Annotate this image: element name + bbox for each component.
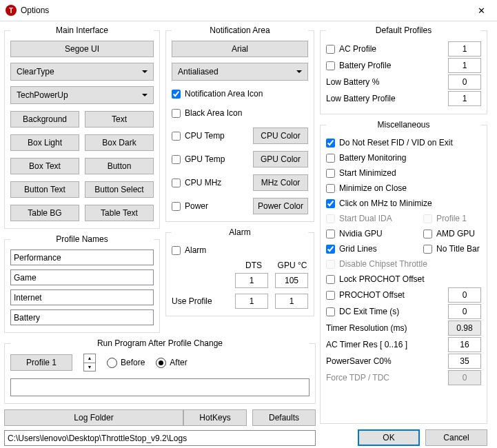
rendering-select[interactable]: ClearType — [10, 63, 154, 81]
text-button[interactable]: Text — [85, 111, 154, 128]
box-light-button[interactable]: Box Light — [10, 134, 79, 151]
profile2-input[interactable]: Game — [10, 269, 154, 285]
profile1-checkbox: Profile 1 — [423, 211, 481, 226]
prochot-checkbox[interactable]: PROCHOT Offset — [326, 287, 405, 303]
table-text-button[interactable]: Table Text — [85, 205, 154, 221]
run-profile-spinner[interactable]: ▲▼ — [83, 354, 96, 371]
battery-profile-checkbox[interactable]: Battery Profile — [326, 58, 391, 73]
chipset-throttle-checkbox: Disable Chipset Throttle — [326, 256, 481, 272]
gridlines-checkbox[interactable]: Grid Lines — [326, 241, 416, 256]
ok-button[interactable]: OK — [358, 429, 420, 446]
cancel-button[interactable]: Cancel — [425, 429, 487, 446]
button-button[interactable]: Button — [85, 158, 154, 174]
no-reset-checkbox[interactable]: Do Not Reset FID / VID on Exit — [326, 135, 481, 150]
table-bg-button[interactable]: Table BG — [10, 205, 79, 221]
profile1-input[interactable]: Performance — [10, 250, 154, 265]
battery-profile-value[interactable]: 1 — [448, 58, 481, 73]
gpu-color-button[interactable]: GPU Color — [253, 151, 308, 167]
box-dark-button[interactable]: Box Dark — [85, 134, 154, 151]
log-path-input[interactable]: C:\Users\lenovo\Desktop\ThrottleStop_v9.… — [4, 430, 316, 446]
alarm-gpu-input[interactable]: 105 — [275, 273, 308, 288]
profile4-input[interactable]: Battery — [10, 309, 154, 325]
log-folder-button[interactable]: Log Folder — [4, 409, 183, 426]
ac-profile-value[interactable]: 1 — [448, 41, 481, 57]
cpu-mhz-checkbox[interactable]: CPU MHz — [172, 175, 221, 190]
use-profile1-input[interactable]: 1 — [235, 294, 268, 309]
close-button[interactable]: ✕ — [466, 0, 497, 21]
dual-ida-checkbox: Start Dual IDA — [326, 211, 416, 226]
no-title-checkbox[interactable]: No Title Bar — [423, 241, 481, 256]
run-path-input[interactable] — [10, 378, 310, 396]
box-text-button[interactable]: Box Text — [10, 158, 79, 174]
dc-exit-checkbox[interactable]: DC Exit Time (s) — [326, 304, 399, 319]
ac-timer-value[interactable]: 16 — [448, 337, 481, 352]
start-minimized-checkbox[interactable]: Start Minimized — [326, 165, 481, 181]
timer-res-value: 0.98 — [448, 320, 481, 336]
notification-area-group: Notification Area Arial Antialiased Noti… — [165, 26, 314, 222]
click-mhz-checkbox[interactable]: Click on MHz to Minimize — [326, 196, 481, 211]
ac-profile-checkbox[interactable]: AC Profile — [326, 41, 376, 57]
misc-group: Miscellaneous Do Not Reset FID / VID on … — [320, 120, 487, 424]
nvidia-checkbox[interactable]: Nvidia GPU — [326, 226, 416, 241]
default-profiles-group: Default Profiles AC Profile1 Battery Pro… — [320, 26, 487, 114]
app-icon: T — [6, 5, 17, 16]
use-profile2-input[interactable]: 1 — [275, 294, 308, 309]
button-select-button[interactable]: Button Select — [85, 181, 154, 198]
notif-icon-checkbox[interactable]: Notification Area Icon — [172, 86, 308, 101]
main-interface-group: Main Interface Segoe UI ClearType TechPo… — [4, 26, 160, 229]
hotkeys-button[interactable]: HotKeys — [183, 409, 247, 426]
power-checkbox[interactable]: Power — [172, 198, 208, 214]
dc-exit-value[interactable]: 0 — [448, 304, 481, 319]
cpu-color-button[interactable]: CPU Color — [253, 128, 308, 144]
amd-checkbox[interactable]: AMD GPU — [423, 226, 481, 241]
mhz-color-button[interactable]: MHz Color — [253, 174, 308, 191]
after-radio[interactable]: After — [156, 358, 187, 368]
alarm-group: Alarm Alarm DTS GPU °C 1 105 Use Profile… — [165, 227, 314, 316]
profile-names-group: Profile Names Performance Game Internet … — [4, 234, 160, 333]
background-button[interactable]: Background — [10, 111, 79, 128]
powersaver-value[interactable]: 35 — [448, 354, 481, 369]
theme-select[interactable]: TechPowerUp — [10, 86, 154, 104]
low-battery-pct-value[interactable]: 0 — [448, 74, 481, 90]
prochot-value[interactable]: 0 — [448, 287, 481, 303]
alarm-dts-input[interactable]: 1 — [235, 273, 268, 288]
gpu-temp-checkbox[interactable]: GPU Temp — [172, 152, 225, 167]
notif-font-button[interactable]: Arial — [172, 41, 308, 57]
black-icon-checkbox[interactable]: Black Area Icon — [172, 105, 308, 121]
cpu-temp-checkbox[interactable]: CPU Temp — [172, 128, 225, 143]
window-title: Options — [21, 6, 466, 15]
defaults-button[interactable]: Defaults — [252, 409, 316, 426]
minimize-close-checkbox[interactable]: Minimize on Close — [326, 181, 481, 196]
title-bar: T Options ✕ — [0, 0, 497, 21]
run-program-group: Run Program After Profile Change Profile… — [4, 338, 316, 404]
battery-monitoring-checkbox[interactable]: Battery Monitoring — [326, 150, 481, 165]
button-text-button[interactable]: Button Text — [10, 181, 79, 198]
profile3-input[interactable]: Internet — [10, 289, 154, 305]
run-profile-button[interactable]: Profile 1 — [10, 354, 72, 371]
lock-prochot-checkbox[interactable]: Lock PROCHOT Offset — [326, 272, 481, 287]
alarm-checkbox[interactable]: Alarm — [172, 243, 308, 258]
font-button[interactable]: Segoe UI — [10, 41, 154, 57]
force-tdp-value: 0 — [448, 370, 481, 385]
before-radio[interactable]: Before — [107, 358, 145, 368]
notif-rendering-select[interactable]: Antialiased — [172, 63, 308, 81]
low-battery-profile-value[interactable]: 1 — [448, 91, 481, 106]
power-color-button[interactable]: Power Color — [253, 198, 308, 214]
